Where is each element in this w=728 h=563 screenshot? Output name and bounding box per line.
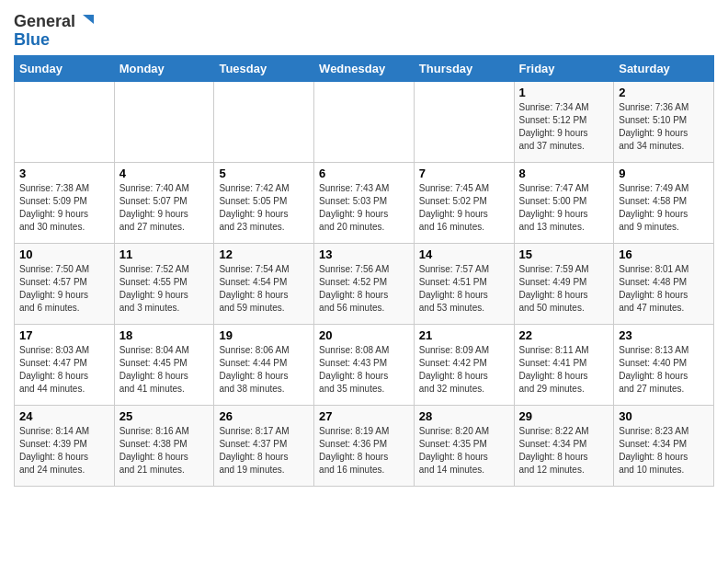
calendar-cell: 29Sunrise: 8:22 AMSunset: 4:34 PMDayligh… — [514, 405, 614, 486]
day-number: 8 — [519, 167, 609, 180]
day-number: 25 — [119, 409, 210, 423]
day-info: Sunrise: 8:23 AMSunset: 4:34 PMDaylight:… — [619, 425, 709, 477]
day-number: 12 — [219, 247, 309, 261]
calendar-cell — [314, 81, 415, 162]
day-number: 13 — [319, 247, 409, 261]
day-info: Sunrise: 7:59 AMSunset: 4:49 PMDaylight:… — [519, 263, 609, 315]
day-number: 9 — [619, 167, 709, 180]
day-number: 29 — [519, 409, 609, 423]
calendar-week-4: 17Sunrise: 8:03 AMSunset: 4:47 PMDayligh… — [15, 324, 714, 405]
calendar-cell: 20Sunrise: 8:08 AMSunset: 4:43 PMDayligh… — [314, 324, 415, 405]
calendar-cell: 10Sunrise: 7:50 AMSunset: 4:57 PMDayligh… — [15, 243, 115, 324]
day-info: Sunrise: 8:13 AMSunset: 4:40 PMDaylight:… — [619, 344, 709, 396]
calendar-cell: 25Sunrise: 8:16 AMSunset: 4:38 PMDayligh… — [114, 405, 214, 486]
day-info: Sunrise: 7:52 AMSunset: 4:55 PMDaylight:… — [119, 263, 210, 315]
calendar-cell: 26Sunrise: 8:17 AMSunset: 4:37 PMDayligh… — [214, 405, 314, 486]
day-info: Sunrise: 7:47 AMSunset: 5:00 PMDaylight:… — [519, 182, 609, 234]
day-info: Sunrise: 7:43 AMSunset: 5:03 PMDaylight:… — [319, 182, 409, 234]
day-info: Sunrise: 7:57 AMSunset: 4:51 PMDaylight:… — [419, 263, 509, 315]
day-number: 21 — [419, 328, 509, 342]
day-number: 3 — [19, 167, 109, 180]
calendar-cell: 5Sunrise: 7:42 AMSunset: 5:05 PMDaylight… — [214, 162, 314, 243]
calendar-cell: 13Sunrise: 7:56 AMSunset: 4:52 PMDayligh… — [314, 243, 415, 324]
calendar-cell: 8Sunrise: 7:47 AMSunset: 5:00 PMDaylight… — [514, 162, 614, 243]
day-number: 1 — [519, 86, 609, 99]
day-number: 26 — [219, 409, 309, 423]
day-info: Sunrise: 8:11 AMSunset: 4:41 PMDaylight:… — [519, 344, 609, 396]
day-info: Sunrise: 7:34 AMSunset: 5:12 PMDaylight:… — [519, 101, 609, 153]
day-number: 28 — [419, 409, 509, 423]
calendar-week-5: 24Sunrise: 8:14 AMSunset: 4:39 PMDayligh… — [15, 405, 714, 486]
day-info: Sunrise: 8:04 AMSunset: 4:45 PMDaylight:… — [119, 344, 210, 396]
day-number: 11 — [119, 247, 210, 261]
calendar-cell — [15, 81, 115, 162]
logo-general: General — [14, 13, 75, 31]
day-info: Sunrise: 8:01 AMSunset: 4:48 PMDaylight:… — [619, 263, 709, 315]
calendar-cell — [214, 81, 314, 162]
day-number: 20 — [319, 328, 409, 342]
logo: General Blue — [14, 13, 96, 50]
day-number: 30 — [619, 409, 709, 423]
calendar-cell: 2Sunrise: 7:36 AMSunset: 5:10 PMDaylight… — [614, 81, 714, 162]
calendar-cell: 19Sunrise: 8:06 AMSunset: 4:44 PMDayligh… — [214, 324, 314, 405]
day-info: Sunrise: 8:03 AMSunset: 4:47 PMDaylight:… — [19, 344, 109, 396]
day-info: Sunrise: 7:42 AMSunset: 5:05 PMDaylight:… — [219, 182, 309, 234]
calendar-cell: 15Sunrise: 7:59 AMSunset: 4:49 PMDayligh… — [514, 243, 614, 324]
day-number: 5 — [219, 167, 309, 180]
day-info: Sunrise: 7:45 AMSunset: 5:02 PMDaylight:… — [419, 182, 509, 234]
weekday-header-sunday: Sunday — [15, 55, 115, 81]
svg-marker-0 — [83, 15, 94, 24]
day-number: 4 — [119, 167, 210, 180]
day-info: Sunrise: 8:08 AMSunset: 4:43 PMDaylight:… — [319, 344, 409, 396]
calendar-week-3: 10Sunrise: 7:50 AMSunset: 4:57 PMDayligh… — [15, 243, 714, 324]
day-info: Sunrise: 7:49 AMSunset: 4:58 PMDaylight:… — [619, 182, 709, 234]
calendar-cell: 18Sunrise: 8:04 AMSunset: 4:45 PMDayligh… — [114, 324, 214, 405]
calendar-cell: 7Sunrise: 7:45 AMSunset: 5:02 PMDaylight… — [414, 162, 514, 243]
day-number: 24 — [19, 409, 109, 423]
logo-text: General Blue — [14, 13, 96, 50]
day-info: Sunrise: 8:22 AMSunset: 4:34 PMDaylight:… — [519, 425, 609, 477]
calendar-cell: 4Sunrise: 7:40 AMSunset: 5:07 PMDaylight… — [114, 162, 214, 243]
weekday-header-wednesday: Wednesday — [314, 55, 415, 81]
calendar-cell: 23Sunrise: 8:13 AMSunset: 4:40 PMDayligh… — [614, 324, 714, 405]
day-number: 16 — [619, 247, 709, 261]
day-info: Sunrise: 7:54 AMSunset: 4:54 PMDaylight:… — [219, 263, 309, 315]
day-info: Sunrise: 8:16 AMSunset: 4:38 PMDaylight:… — [119, 425, 210, 477]
calendar-cell — [114, 81, 214, 162]
day-number: 14 — [419, 247, 509, 261]
calendar-cell: 3Sunrise: 7:38 AMSunset: 5:09 PMDaylight… — [15, 162, 115, 243]
calendar-cell: 12Sunrise: 7:54 AMSunset: 4:54 PMDayligh… — [214, 243, 314, 324]
day-number: 10 — [19, 247, 109, 261]
calendar-cell: 9Sunrise: 7:49 AMSunset: 4:58 PMDaylight… — [614, 162, 714, 243]
day-info: Sunrise: 7:50 AMSunset: 4:57 PMDaylight:… — [19, 263, 109, 315]
calendar-cell: 14Sunrise: 7:57 AMSunset: 4:51 PMDayligh… — [414, 243, 514, 324]
day-number: 19 — [219, 328, 309, 342]
calendar-cell: 22Sunrise: 8:11 AMSunset: 4:41 PMDayligh… — [514, 324, 614, 405]
day-info: Sunrise: 8:20 AMSunset: 4:35 PMDaylight:… — [419, 425, 509, 477]
day-info: Sunrise: 7:56 AMSunset: 4:52 PMDaylight:… — [319, 263, 409, 315]
day-number: 2 — [619, 86, 709, 99]
calendar-cell: 30Sunrise: 8:23 AMSunset: 4:34 PMDayligh… — [614, 405, 714, 486]
day-info: Sunrise: 8:06 AMSunset: 4:44 PMDaylight:… — [219, 344, 309, 396]
calendar-cell: 17Sunrise: 8:03 AMSunset: 4:47 PMDayligh… — [15, 324, 115, 405]
day-number: 23 — [619, 328, 709, 342]
weekday-header-friday: Friday — [514, 55, 614, 81]
logo-triangle-icon — [77, 13, 96, 31]
header: General Blue — [14, 9, 714, 50]
calendar-cell: 11Sunrise: 7:52 AMSunset: 4:55 PMDayligh… — [114, 243, 214, 324]
weekday-header-monday: Monday — [114, 55, 214, 81]
calendar-cell: 27Sunrise: 8:19 AMSunset: 4:36 PMDayligh… — [314, 405, 415, 486]
calendar-week-1: 1Sunrise: 7:34 AMSunset: 5:12 PMDaylight… — [15, 81, 714, 162]
day-number: 22 — [519, 328, 609, 342]
day-number: 7 — [419, 167, 509, 180]
calendar-cell — [414, 81, 514, 162]
calendar-cell: 6Sunrise: 7:43 AMSunset: 5:03 PMDaylight… — [314, 162, 415, 243]
calendar-cell: 24Sunrise: 8:14 AMSunset: 4:39 PMDayligh… — [15, 405, 115, 486]
weekday-header-tuesday: Tuesday — [214, 55, 314, 81]
day-number: 6 — [319, 167, 409, 180]
day-number: 15 — [519, 247, 609, 261]
day-info: Sunrise: 8:09 AMSunset: 4:42 PMDaylight:… — [419, 344, 509, 396]
day-number: 18 — [119, 328, 210, 342]
calendar-cell: 1Sunrise: 7:34 AMSunset: 5:12 PMDaylight… — [514, 81, 614, 162]
day-number: 17 — [19, 328, 109, 342]
